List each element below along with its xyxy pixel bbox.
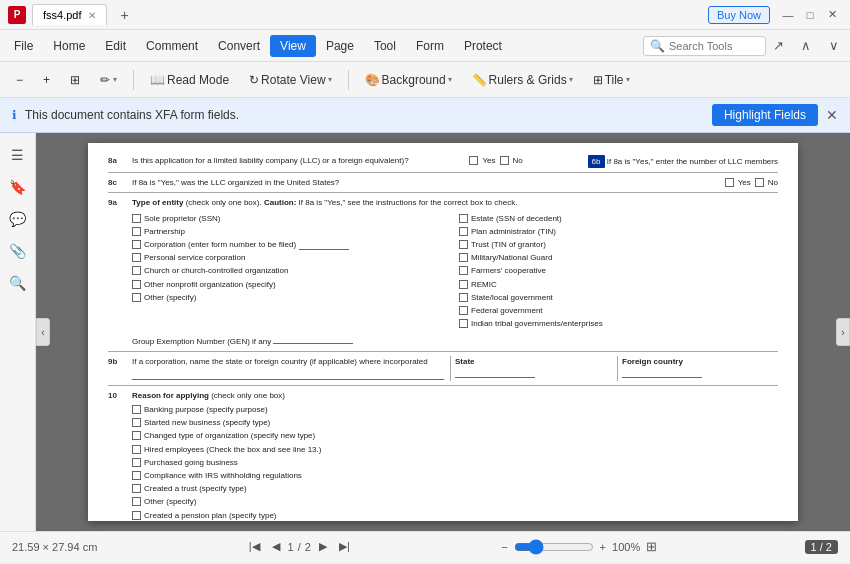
checkbox-pension[interactable]: [132, 511, 141, 520]
collapse-right-button[interactable]: ›: [836, 318, 850, 346]
checkbox-other[interactable]: [132, 293, 141, 302]
tab-close-icon[interactable]: ✕: [88, 10, 96, 21]
checkbox-military[interactable]: [459, 253, 468, 262]
highlight-fields-button[interactable]: Highlight Fields: [712, 104, 818, 126]
checkbox-started[interactable]: [132, 418, 141, 427]
read-mode-button[interactable]: 📖 Read Mode: [142, 69, 237, 91]
menu-view[interactable]: View: [270, 35, 316, 57]
menu-protect[interactable]: Protect: [454, 35, 512, 57]
annotation-button[interactable]: ✏ ▾: [92, 69, 125, 91]
notification-left: ℹ This document contains XFA form fields…: [12, 108, 239, 122]
label-started: Started new business (specify type): [144, 417, 270, 428]
label-9b: If a corporation, name the state or fore…: [132, 357, 428, 366]
menu-form[interactable]: Form: [406, 35, 454, 57]
view-mode-button[interactable]: ⊞: [62, 69, 88, 91]
sidebar-icon-comment[interactable]: 💬: [4, 205, 32, 233]
menu-tool[interactable]: Tool: [364, 35, 406, 57]
checkbox-other-10[interactable]: [132, 497, 141, 506]
row-num-8c: 8c: [108, 177, 128, 188]
reason-pension: Created a pension plan (specify type): [132, 510, 778, 521]
zoom-slider[interactable]: [514, 539, 594, 555]
checkbox-8a-yes[interactable]: [469, 156, 478, 165]
background-button[interactable]: 🎨 Background ▾: [357, 69, 460, 91]
checkbox-compliance[interactable]: [132, 471, 141, 480]
sidebar-icon-menu[interactable]: ☰: [4, 141, 32, 169]
read-mode-icon: 📖: [150, 73, 165, 87]
first-page-button[interactable]: |◀: [245, 538, 264, 555]
sidebar-icon-search[interactable]: 🔍: [4, 269, 32, 297]
zoom-in-button[interactable]: +: [35, 69, 58, 91]
checkbox-federal[interactable]: [459, 306, 468, 315]
checkbox-estate[interactable]: [459, 214, 468, 223]
zoom-out-button[interactable]: −: [8, 69, 31, 91]
checkbox-8c-no[interactable]: [755, 178, 764, 187]
collapse-left-button[interactable]: ‹: [36, 318, 50, 346]
checkbox-sole[interactable]: [132, 214, 141, 223]
rotate-view-button[interactable]: ↻ Rotate View ▾: [241, 69, 339, 91]
checkbox-indian[interactable]: [459, 319, 468, 328]
checkbox-state[interactable]: [459, 293, 468, 302]
corp-input[interactable]: [299, 240, 349, 250]
checkbox-8a-no[interactable]: [500, 156, 509, 165]
last-page-button[interactable]: ▶|: [335, 538, 354, 555]
country-header: Foreign country: [622, 356, 778, 367]
checkbox-plan-admin[interactable]: [459, 227, 468, 236]
checkbox-trust[interactable]: [459, 240, 468, 249]
row-num-10: 10: [108, 390, 128, 401]
tile-icon: ⊞: [593, 73, 603, 87]
checkbox-hired[interactable]: [132, 445, 141, 454]
checkbox-church[interactable]: [132, 266, 141, 275]
next-page-button[interactable]: ▶: [315, 538, 331, 555]
zoom-fit-button[interactable]: ⊞: [646, 539, 657, 554]
checkbox-purchased[interactable]: [132, 458, 141, 467]
more-icon[interactable]: ∨: [822, 34, 846, 58]
minimize-button[interactable]: —: [778, 5, 798, 25]
share-icon[interactable]: ↗: [766, 34, 790, 58]
maximize-button[interactable]: □: [800, 5, 820, 25]
checkbox-nonprofit[interactable]: [132, 280, 141, 289]
search-input[interactable]: [669, 40, 759, 52]
menu-comment[interactable]: Comment: [136, 35, 208, 57]
sidebar-icon-attachment[interactable]: 📎: [4, 237, 32, 265]
menu-edit[interactable]: Edit: [95, 35, 136, 57]
gen-label: Group Exemption Number (GEN) if any: [132, 334, 778, 347]
tab-item[interactable]: fss4.pdf ✕: [32, 4, 107, 25]
tab-add-button[interactable]: +: [113, 4, 137, 26]
menu-file[interactable]: File: [4, 35, 43, 57]
checkbox-created-trust[interactable]: [132, 484, 141, 493]
page-counter-text: 1 / 2: [811, 541, 832, 553]
checkbox-farmers[interactable]: [459, 266, 468, 275]
zoom-out-icon-status[interactable]: −: [501, 541, 507, 553]
checkbox-remic[interactable]: [459, 280, 468, 289]
prev-page-button[interactable]: ◀: [268, 538, 284, 555]
close-button[interactable]: ✕: [822, 5, 842, 25]
background-icon: 🎨: [365, 73, 380, 87]
notification-close-icon[interactable]: ✕: [826, 107, 838, 123]
label-other-10: Other (specify): [144, 496, 196, 507]
rulers-grids-button[interactable]: 📏 Rulers & Grids ▾: [464, 69, 581, 91]
menu-home[interactable]: Home: [43, 35, 95, 57]
tile-dropdown-arrow: ▾: [626, 75, 630, 84]
row-content-9b: If a corporation, name the state or fore…: [132, 356, 778, 380]
checkbox-banking[interactable]: [132, 405, 141, 414]
menu-convert[interactable]: Convert: [208, 35, 270, 57]
state-input[interactable]: [455, 368, 535, 378]
menu-page[interactable]: Page: [316, 35, 364, 57]
checkbox-corp[interactable]: [132, 240, 141, 249]
search-box[interactable]: 🔍: [643, 36, 766, 56]
notification-bar: ℹ This document contains XFA form fields…: [0, 98, 850, 133]
checkbox-changed[interactable]: [132, 431, 141, 440]
country-input[interactable]: [622, 368, 702, 378]
gen-input[interactable]: [273, 334, 353, 344]
checkbox-8c-yes[interactable]: [725, 178, 734, 187]
zoom-in-icon-status[interactable]: +: [600, 541, 606, 553]
buy-now-button[interactable]: Buy Now: [708, 6, 770, 24]
settings-icon[interactable]: ∧: [794, 34, 818, 58]
rotate-icon: ↻: [249, 73, 259, 87]
toolbar-separator-2: [348, 70, 349, 90]
tile-button[interactable]: ⊞ Tile ▾: [585, 69, 638, 91]
checkbox-partnership[interactable]: [132, 227, 141, 236]
checkbox-personal[interactable]: [132, 253, 141, 262]
sidebar-icon-bookmark[interactable]: 🔖: [4, 173, 32, 201]
9b-state-input[interactable]: [132, 370, 444, 380]
